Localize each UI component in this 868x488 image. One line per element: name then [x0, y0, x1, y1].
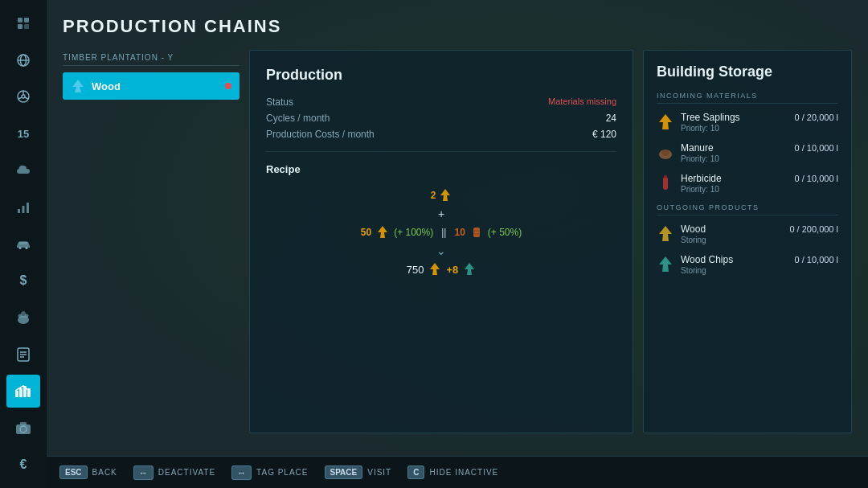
hotkey-esc: ESC BACK [59, 465, 117, 479]
sidebar-item-euro[interactable]: € [6, 448, 40, 482]
storage-item-manure: Manure 0 / 10,000 l Priority: 10 [657, 142, 838, 163]
recipe-mid-sapling-icon [376, 225, 389, 240]
recipe-bottom: 750 +8 [407, 262, 477, 277]
sidebar-item-stats[interactable] [6, 191, 40, 224]
svg-marker-40 [465, 263, 474, 275]
svg-point-16 [26, 247, 28, 249]
svg-marker-39 [430, 263, 440, 275]
hotkey-tag-place: ↔ TAG PLACE [231, 465, 308, 480]
storage-panel: Building Storage INCOMING MATERIALS Tree… [643, 50, 852, 433]
wood-output-icon [657, 225, 674, 243]
esc-badge[interactable]: ESC [59, 465, 88, 479]
svg-point-21 [21, 311, 26, 318]
tag-place-badge[interactable]: ↔ [231, 465, 252, 480]
svg-rect-27 [19, 388, 23, 397]
herbicide-name: Herbicide [681, 173, 722, 184]
status-value: Materials missing [548, 96, 616, 108]
recipe-mid-right-count: 10 [454, 227, 465, 238]
sidebar-item-vehicle[interactable] [6, 228, 40, 261]
recipe-sapling-icon [439, 188, 452, 203]
manure-icon [657, 144, 674, 162]
svg-rect-0 [18, 18, 23, 23]
esc-label: BACK [92, 468, 117, 477]
content-area: TIMBER PLANTATION - Y Wood Production St… [63, 50, 852, 433]
production-title: Production [266, 67, 616, 84]
sidebar-item-finance[interactable]: $ [6, 264, 40, 297]
wood-details: Wood 0 / 200,000 l Storing [681, 223, 838, 244]
wood-chips-row: Wood Chips 0 / 10,000 l [681, 254, 838, 265]
sidebar-item-globe[interactable] [6, 43, 40, 77]
manure-priority: Priority: 10 [681, 154, 838, 163]
sidebar-item-steering[interactable] [6, 80, 40, 114]
sidebar-item-map[interactable] [6, 6, 40, 40]
deactivate-label: DEACTIVATE [158, 468, 215, 477]
herbicide-amount: 0 / 10,000 l [795, 174, 838, 183]
chain-item-wood[interactable]: Wood [63, 72, 240, 100]
hotkey-hide-inactive: C HIDE INACTIVE [407, 465, 498, 479]
svg-rect-17 [19, 241, 27, 244]
svg-rect-29 [27, 389, 31, 397]
svg-rect-36 [473, 228, 480, 237]
svg-marker-47 [659, 256, 672, 272]
plantation-subtitle: TIMBER PLANTATION - Y [63, 50, 240, 66]
chain-item-dot [225, 83, 231, 89]
svg-marker-35 [378, 226, 387, 238]
production-panel: Production Status Materials missing Cycl… [249, 50, 633, 433]
recipe-plus-sign: + [438, 207, 444, 220]
recipe-area: 2 + 50 (+ 100%) || 10 [266, 188, 616, 277]
wood-name: Wood [681, 223, 706, 235]
tree-saplings-details: Tree Saplings 0 / 20,000 l Priority: 10 [681, 112, 838, 133]
cycles-row: Cycles / month 24 [266, 113, 616, 124]
svg-rect-1 [24, 18, 29, 23]
svg-marker-34 [440, 189, 450, 201]
svg-rect-13 [23, 206, 25, 213]
sidebar-item-weather[interactable] [6, 154, 40, 187]
costs-row: Production Costs / month € 120 [266, 129, 616, 140]
recipe-bottom-plus: +8 [446, 264, 458, 276]
wood-chips-name: Wood Chips [681, 254, 733, 265]
hotkey-deactivate: ↔ DEACTIVATE [133, 465, 215, 480]
sidebar-item-animals[interactable] [6, 301, 40, 334]
main-content: PRODUCTION CHAINS TIMBER PLANTATION - Y … [47, 0, 868, 456]
visit-badge[interactable]: SPACE [325, 465, 363, 479]
tree-saplings-name: Tree Saplings [681, 112, 740, 123]
recipe-top-count: 2 [431, 190, 436, 201]
svg-point-8 [22, 95, 25, 98]
herbicide-icon [657, 174, 674, 192]
wood-tree-icon [71, 79, 85, 93]
tree-saplings-row: Tree Saplings 0 / 20,000 l [681, 112, 838, 123]
recipe-mid-left-count: 50 [361, 227, 371, 238]
manure-name: Manure [681, 142, 714, 154]
sidebar-item-production[interactable] [6, 375, 40, 408]
sidebar-item-camera[interactable] [6, 411, 40, 445]
incoming-section-title: INCOMING MATERIALS [657, 92, 838, 104]
manure-details: Manure 0 / 10,000 l Priority: 10 [681, 142, 838, 163]
tree-saplings-priority: Priority: 10 [681, 124, 838, 133]
recipe-output-chips-icon [463, 262, 476, 277]
wood-chips-amount: 0 / 10,000 l [795, 255, 838, 265]
recipe-middle: 50 (+ 100%) || 10 (+ 50%) [361, 225, 522, 240]
deactivate-badge[interactable]: ↔ [133, 465, 154, 480]
recipe-output-sapling-icon [428, 262, 441, 277]
costs-label: Production Costs / month [266, 129, 375, 140]
storage-item-tree-saplings: Tree Saplings 0 / 20,000 l Priority: 10 [657, 112, 838, 133]
hide-inactive-badge[interactable]: C [407, 465, 424, 479]
chain-item-wood-label: Wood [92, 80, 219, 92]
sidebar-item-calendar[interactable]: 15 [6, 117, 40, 150]
svg-rect-12 [18, 209, 20, 213]
recipe-mid-right-bonus: (+ 50%) [488, 227, 522, 238]
svg-marker-46 [659, 226, 672, 241]
svg-rect-32 [20, 422, 27, 425]
sidebar: 15 $ € [0, 0, 47, 488]
manure-amount: 0 / 10,000 l [795, 143, 838, 153]
wood-chips-storing: Storing [681, 266, 838, 275]
recipe-bottom-count: 750 [407, 264, 424, 276]
svg-rect-45 [664, 175, 667, 178]
hotkey-visit: SPACE VISIT [325, 465, 392, 479]
recipe-top: 2 [431, 188, 452, 203]
sidebar-item-contracts[interactable] [6, 338, 40, 371]
manure-row: Manure 0 / 10,000 l [681, 142, 838, 154]
recipe-separator: || [441, 227, 446, 238]
tag-place-label: TAG PLACE [256, 468, 308, 477]
outgoing-section-title: OUTGOING PRODUCTS [657, 203, 838, 215]
